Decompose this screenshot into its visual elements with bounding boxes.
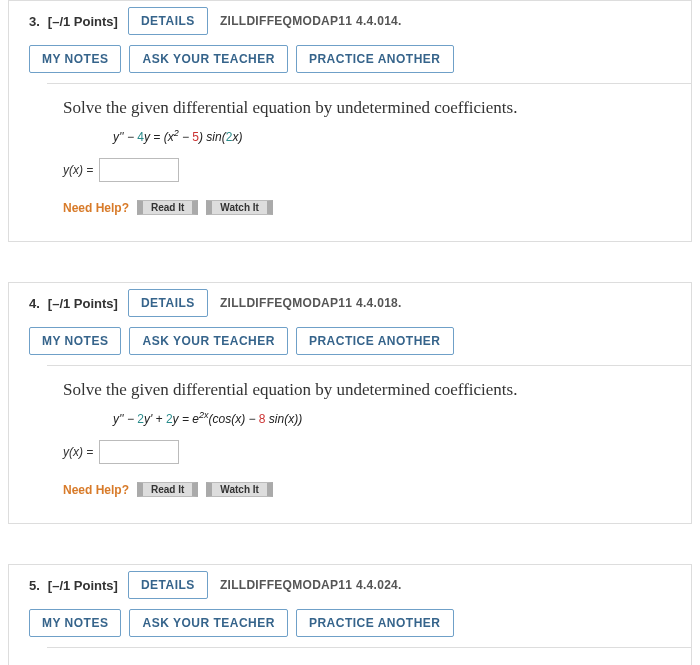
equation: y'' − 2y' + 2y = e2x(cos(x) − 8 sin(x)) [113, 410, 675, 426]
question-body: Solve the given differential equation by… [47, 365, 691, 523]
question-prompt: Solve the given differential equation by… [63, 380, 675, 400]
need-help-label: Need Help? [63, 483, 129, 497]
practice-another-button[interactable]: PRACTICE ANOTHER [296, 45, 454, 73]
details-button[interactable]: DETAILS [128, 289, 208, 317]
question-5: 5. [–/1 Points] DETAILS ZILLDIFFEQMODAP1… [8, 564, 692, 665]
read-it-button[interactable]: Read It [137, 482, 198, 497]
question-toolbar: MY NOTES ASK YOUR TEACHER PRACTICE ANOTH… [9, 323, 691, 365]
question-header: 4. [–/1 Points] DETAILS ZILLDIFFEQMODAP1… [9, 283, 691, 323]
eq-part: (cos(x) − [208, 412, 258, 426]
eq-part: y = (x [144, 130, 174, 144]
need-help-label: Need Help? [63, 201, 129, 215]
ask-teacher-button[interactable]: ASK YOUR TEACHER [129, 327, 287, 355]
question-body: Solve the given differential equation by… [47, 83, 691, 241]
my-notes-button[interactable]: MY NOTES [29, 609, 121, 637]
question-number: 3. [29, 14, 40, 29]
answer-row: y(x) = [63, 440, 675, 464]
eq-coef: 8 [259, 412, 266, 426]
question-source: ZILLDIFFEQMODAP11 4.4.024. [220, 578, 402, 592]
eq-part: x) [232, 130, 242, 144]
question-points: [–/1 Points] [48, 578, 118, 593]
watch-it-button[interactable]: Watch It [206, 200, 273, 215]
eq-part: − [179, 130, 193, 144]
eq-part: sin(x)) [266, 412, 303, 426]
eq-coef: 2 [166, 412, 173, 426]
my-notes-button[interactable]: MY NOTES [29, 45, 121, 73]
details-button[interactable]: DETAILS [128, 7, 208, 35]
answer-row: y(x) = [63, 158, 675, 182]
answer-label: y(x) = [63, 445, 93, 459]
practice-another-button[interactable]: PRACTICE ANOTHER [296, 327, 454, 355]
practice-another-button[interactable]: PRACTICE ANOTHER [296, 609, 454, 637]
question-source: ZILLDIFFEQMODAP11 4.4.014. [220, 14, 402, 28]
ask-teacher-button[interactable]: ASK YOUR TEACHER [129, 45, 287, 73]
ask-teacher-button[interactable]: ASK YOUR TEACHER [129, 609, 287, 637]
question-toolbar: MY NOTES ASK YOUR TEACHER PRACTICE ANOTH… [9, 41, 691, 83]
question-3: 3. [–/1 Points] DETAILS ZILLDIFFEQMODAP1… [8, 0, 692, 242]
question-prompt: Solve the given differential equation by… [63, 98, 675, 118]
eq-coef: 4 [137, 130, 144, 144]
my-notes-button[interactable]: MY NOTES [29, 327, 121, 355]
eq-part: y'' − [113, 412, 137, 426]
question-body: Solve the given differential equation by… [47, 647, 691, 665]
watch-it-button[interactable]: Watch It [206, 482, 273, 497]
question-source: ZILLDIFFEQMODAP11 4.4.018. [220, 296, 402, 310]
eq-coef: 5 [192, 130, 199, 144]
eq-part: y' + [144, 412, 166, 426]
question-4: 4. [–/1 Points] DETAILS ZILLDIFFEQMODAP1… [8, 282, 692, 524]
question-number: 4. [29, 296, 40, 311]
read-it-button[interactable]: Read It [137, 200, 198, 215]
question-number: 5. [29, 578, 40, 593]
help-row: Need Help? Read It Watch It [63, 482, 675, 497]
equation: y'' − 4y = (x2 − 5) sin(2x) [113, 128, 675, 144]
question-points: [–/1 Points] [48, 14, 118, 29]
question-header: 5. [–/1 Points] DETAILS ZILLDIFFEQMODAP1… [9, 565, 691, 605]
details-button[interactable]: DETAILS [128, 571, 208, 599]
eq-part: y'' − [113, 130, 137, 144]
answer-input[interactable] [99, 158, 179, 182]
question-points: [–/1 Points] [48, 296, 118, 311]
answer-label: y(x) = [63, 163, 93, 177]
question-header: 3. [–/1 Points] DETAILS ZILLDIFFEQMODAP1… [9, 1, 691, 41]
answer-input[interactable] [99, 440, 179, 464]
question-toolbar: MY NOTES ASK YOUR TEACHER PRACTICE ANOTH… [9, 605, 691, 647]
eq-coef: 2 [137, 412, 144, 426]
help-row: Need Help? Read It Watch It [63, 200, 675, 215]
eq-part: ) sin( [199, 130, 226, 144]
eq-part: y = e [173, 412, 199, 426]
